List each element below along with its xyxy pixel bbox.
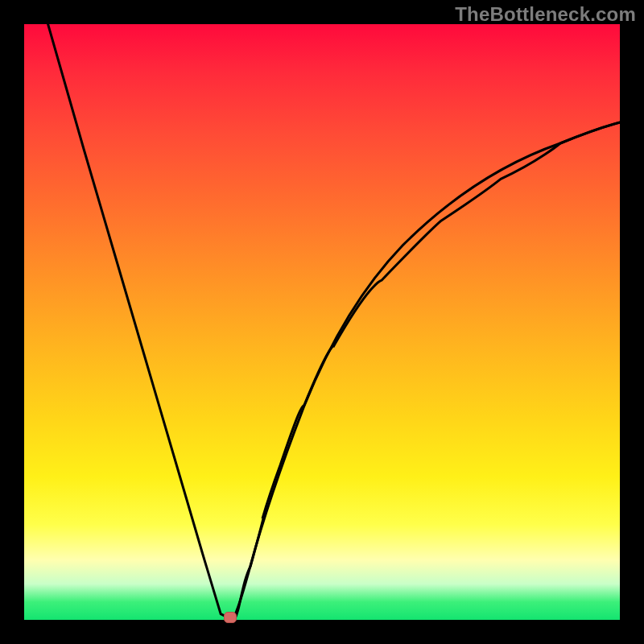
plot-area [24, 24, 620, 620]
chart-frame: TheBottleneck.com [0, 0, 644, 644]
watermark-text: TheBottleneck.com [455, 3, 636, 26]
curve-right-branch [233, 122, 620, 620]
curve-svg [24, 24, 620, 620]
bottleneck-marker [224, 612, 237, 623]
curve-left-branch [48, 24, 233, 620]
curve-overlay [233, 122, 620, 620]
